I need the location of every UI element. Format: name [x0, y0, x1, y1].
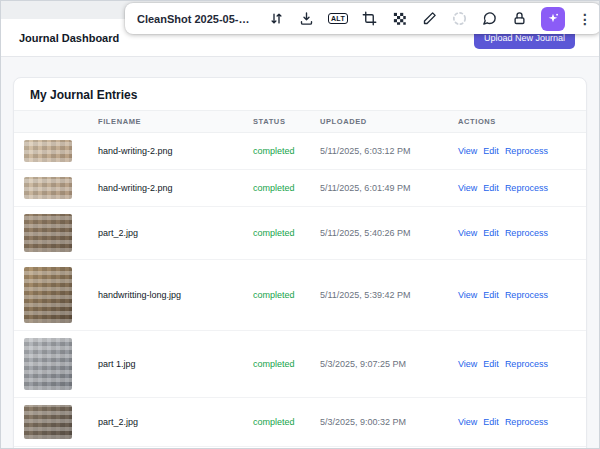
column-thumbnail: [14, 117, 94, 126]
status-badge: completed: [249, 290, 316, 300]
actions-cell: ViewEditReprocess: [454, 417, 586, 427]
action-view-link[interactable]: View: [458, 183, 477, 193]
action-edit-link[interactable]: Edit: [483, 417, 499, 427]
magic-wand-button[interactable]: [541, 7, 565, 31]
pencil-icon[interactable]: [421, 10, 438, 27]
table-row: part_2.jpg completed 5/11/2025, 5:40:26 …: [14, 207, 586, 260]
filename-cell: hand-writing-2.png: [94, 146, 249, 156]
action-view-link[interactable]: View: [458, 359, 477, 369]
journal-entries-card: My Journal Entries FILENAME STATUS UPLOA…: [13, 77, 587, 449]
action-edit-link[interactable]: Edit: [483, 359, 499, 369]
actions-cell: ViewEditReprocess: [454, 359, 586, 369]
alt-badge[interactable]: ALT: [328, 13, 348, 24]
action-edit-link[interactable]: Edit: [483, 146, 499, 156]
action-reprocess-link[interactable]: Reprocess: [505, 228, 548, 238]
column-filename: FILENAME: [94, 117, 249, 126]
column-status: STATUS: [249, 117, 316, 126]
status-badge: completed: [249, 228, 316, 238]
actions-cell: ViewEditReprocess: [454, 290, 586, 300]
action-reprocess-link[interactable]: Reprocess: [505, 146, 548, 156]
table-header: FILENAME STATUS UPLOADED ACTIONS: [14, 110, 586, 133]
action-edit-link[interactable]: Edit: [483, 228, 499, 238]
uploaded-cell: 5/3/2025, 9:07:25 PM: [316, 359, 454, 369]
comment-icon[interactable]: [481, 10, 498, 27]
table-body: hand-writing-2.png completed 5/11/2025, …: [14, 133, 586, 449]
table-row: handwritting-long.jpg completed 5/11/202…: [14, 260, 586, 331]
uploaded-cell: 5/11/2025, 6:03:12 PM: [316, 146, 454, 156]
column-uploaded: UPLOADED: [316, 117, 454, 126]
lock-icon[interactable]: [511, 10, 528, 27]
status-badge: completed: [249, 359, 316, 369]
action-edit-link[interactable]: Edit: [483, 183, 499, 193]
table-row: part 1.jpg completed 5/3/2025, 9:07:25 P…: [14, 331, 586, 398]
cleanshot-filename: CleanShot 2025-05-1…: [137, 13, 255, 25]
actions-cell: ViewEditReprocess: [454, 228, 586, 238]
status-badge: completed: [249, 146, 316, 156]
action-reprocess-link[interactable]: Reprocess: [505, 290, 548, 300]
cleanshot-toolbar: CleanShot 2025-05-1… ALT: [125, 3, 600, 34]
uploaded-cell: 5/11/2025, 5:40:26 PM: [316, 228, 454, 238]
journal-thumbnail[interactable]: [24, 267, 72, 323]
action-view-link[interactable]: View: [458, 146, 477, 156]
status-badge: completed: [249, 417, 316, 427]
status-badge: completed: [249, 183, 316, 193]
download-icon[interactable]: [298, 10, 315, 27]
crop-icon[interactable]: [361, 10, 378, 27]
filename-cell: handwritting-long.jpg: [94, 290, 249, 300]
actions-cell: ViewEditReprocess: [454, 146, 586, 156]
filename-cell: part_2.jpg: [94, 228, 249, 238]
filename-cell: part_2.jpg: [94, 417, 249, 427]
main-content: My Journal Entries FILENAME STATUS UPLOA…: [1, 57, 599, 449]
filename-cell: hand-writing-2.png: [94, 183, 249, 193]
uploaded-cell: 5/11/2025, 6:01:49 PM: [316, 183, 454, 193]
table-row: hand-writing-2.png completed 5/11/2025, …: [14, 170, 586, 207]
action-view-link[interactable]: View: [458, 417, 477, 427]
journal-thumbnail[interactable]: [24, 140, 72, 162]
more-menu-icon[interactable]: ⋮: [578, 12, 592, 26]
action-edit-link[interactable]: Edit: [483, 290, 499, 300]
action-reprocess-link[interactable]: Reprocess: [505, 183, 548, 193]
journal-thumbnail[interactable]: [24, 338, 72, 390]
uploaded-cell: 5/11/2025, 5:39:42 PM: [316, 290, 454, 300]
table-row: part_2.jpg completed 5/3/2025, 9:00:32 P…: [14, 398, 586, 447]
action-view-link[interactable]: View: [458, 290, 477, 300]
filename-cell: part 1.jpg: [94, 359, 249, 369]
journal-thumbnail[interactable]: [24, 405, 72, 439]
spinner-circle-icon[interactable]: [451, 10, 468, 27]
journal-thumbnail[interactable]: [24, 214, 72, 252]
uploaded-cell: 5/3/2025, 9:00:32 PM: [316, 417, 454, 427]
action-reprocess-link[interactable]: Reprocess: [505, 359, 548, 369]
section-title: My Journal Entries: [14, 78, 586, 110]
journal-thumbnail[interactable]: [24, 177, 72, 199]
resize-arrows-icon[interactable]: [268, 10, 285, 27]
action-reprocess-link[interactable]: Reprocess: [505, 417, 548, 427]
column-actions: ACTIONS: [454, 117, 586, 126]
actions-cell: ViewEditReprocess: [454, 183, 586, 193]
action-view-link[interactable]: View: [458, 228, 477, 238]
table-row: hand-writing-2.png completed 5/11/2025, …: [14, 133, 586, 170]
pixelate-icon[interactable]: [391, 10, 408, 27]
page-title: Journal Dashboard: [19, 32, 119, 44]
